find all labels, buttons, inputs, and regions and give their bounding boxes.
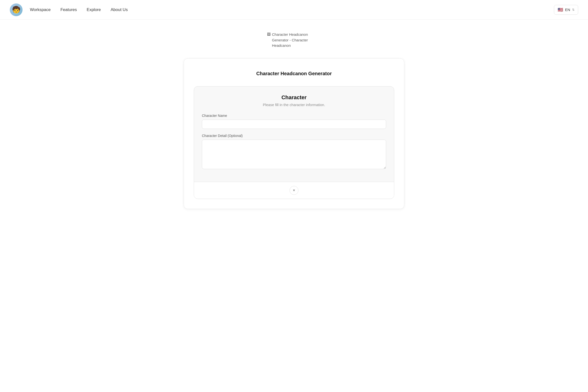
navbar: 🧒 Workspace Features Explore About Us 🇺🇸… bbox=[0, 0, 588, 20]
language-selector[interactable]: 🇺🇸 EN ⇅ bbox=[554, 5, 578, 15]
lang-code: EN bbox=[565, 8, 570, 12]
nav-link-workspace[interactable]: Workspace bbox=[30, 7, 51, 12]
character-detail-label: Character Detail (Optional) bbox=[202, 134, 386, 138]
character-detail-textarea[interactable] bbox=[202, 140, 386, 169]
nav-links: Workspace Features Explore About Us bbox=[30, 7, 554, 12]
logo[interactable]: 🧒 bbox=[10, 4, 22, 16]
form-card-title: Character bbox=[202, 94, 386, 101]
main-card: Character Headcanon Generator Character … bbox=[184, 58, 404, 209]
navbar-right: 🇺🇸 EN ⇅ bbox=[554, 5, 578, 15]
broken-image-text: Character Headcanon Generator - Characte… bbox=[272, 32, 321, 48]
form-card: Character Please fill in the character i… bbox=[194, 86, 394, 199]
close-button[interactable]: × bbox=[290, 186, 298, 195]
form-card-body: Character Please fill in the character i… bbox=[194, 86, 394, 182]
flag-icon: 🇺🇸 bbox=[558, 7, 563, 12]
character-name-label: Character Name bbox=[202, 114, 386, 118]
character-name-input[interactable] bbox=[202, 120, 386, 129]
nav-link-explore[interactable]: Explore bbox=[87, 7, 101, 12]
logo-emoji: 🧒 bbox=[12, 6, 20, 14]
form-card-subtitle: Please fill in the character information… bbox=[202, 103, 386, 107]
character-name-field: Character Name bbox=[202, 114, 386, 129]
nav-link-features[interactable]: Features bbox=[60, 7, 77, 12]
close-icon: × bbox=[293, 188, 295, 192]
nav-link-about-us[interactable]: About Us bbox=[110, 7, 128, 12]
form-card-footer: × bbox=[194, 182, 394, 199]
card-title: Character Headcanon Generator bbox=[194, 71, 394, 76]
image-placeholder-area: 🖼 Character Headcanon Generator - Charac… bbox=[267, 32, 321, 48]
main-content: 🖼 Character Headcanon Generator - Charac… bbox=[0, 20, 588, 228]
chevron-down-icon: ⇅ bbox=[572, 8, 574, 12]
broken-image-icon: 🖼 bbox=[267, 32, 270, 36]
character-detail-field: Character Detail (Optional) bbox=[202, 134, 386, 170]
broken-image-row: 🖼 Character Headcanon Generator - Charac… bbox=[267, 32, 321, 48]
